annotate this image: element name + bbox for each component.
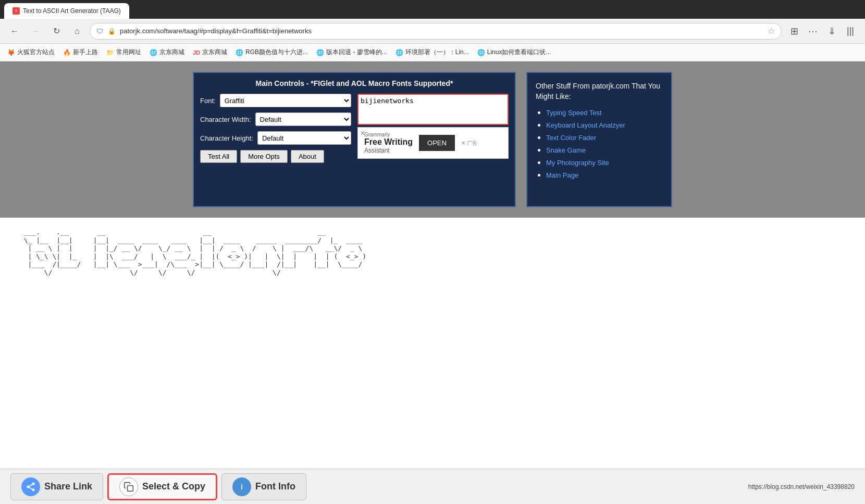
font-info-icon <box>232 477 251 496</box>
collection-button[interactable]: ||| <box>842 23 859 40</box>
main-controls-panel: Main Controls - *FIGlet and AOL Macro Fo… <box>193 72 516 207</box>
bookmark-jd2[interactable]: JD 京东商城 <box>190 47 230 58</box>
sidebar-link-mainpage[interactable]: Main Page <box>546 171 578 179</box>
sidebar-link-photography[interactable]: My Photography Site <box>546 159 609 167</box>
bookmark-rgb[interactable]: 🌐 RGB颜色值与十六进... <box>232 47 311 58</box>
bottom-toolbar: Share Link Select & Copy Font Info https… <box>0 469 865 504</box>
bookmark-icon-version: 🌐 <box>316 49 324 56</box>
bookmark-linux[interactable]: 🌐 Linux如何查看端口状... <box>474 47 554 58</box>
sidebar-link-item-5: My Photography Site <box>546 158 663 167</box>
active-tab[interactable]: T Text to ASCII Art Generator (TAAG) <box>4 3 129 19</box>
back-button[interactable]: ← <box>6 23 23 40</box>
grammarly-open-button[interactable]: OPEN <box>419 135 455 151</box>
ad-label: ✕ 广告 <box>461 140 477 147</box>
bookmark-env[interactable]: 🌐 环境部署（一）：Lin... <box>392 47 472 58</box>
bookmark-icon-env: 🌐 <box>396 49 403 56</box>
nav-right-buttons: ⊞ ⋯ ⇓ ||| <box>786 23 859 40</box>
sidebar-link-snake[interactable]: Snake Game <box>546 146 586 154</box>
char-height-row: Character Height: Default <box>200 131 351 145</box>
extensions-button[interactable]: ⊞ <box>786 23 802 40</box>
browser-chrome: T Text to ASCII Art Generator (TAAG) ← →… <box>0 0 865 61</box>
bookmark-jd1[interactable]: 🌐 京东商城 <box>146 47 188 58</box>
ascii-art-area: ___. .__ __ __ __ \_ |__ |__| |__| ____ … <box>0 218 865 426</box>
bookmark-icon-linux: 🌐 <box>477 49 485 56</box>
controls-left: Font: Graffiti Character Width: Default … <box>200 94 351 163</box>
bookmark-changyong[interactable]: 📁 常用网址 <box>103 47 144 58</box>
tab-title: Text to ASCII Art Generator (TAAG) <box>23 7 121 15</box>
sidebar-link-item-4: Snake Game <box>546 145 663 155</box>
font-info-label: Font Info <box>255 481 295 492</box>
address-bar[interactable]: 🛡 🔒 patorjk.com/software/taag/#p=display… <box>90 23 782 40</box>
sidebar-link-item-2: Keyboard Layout Analzyer <box>546 120 663 130</box>
more-opts-button[interactable]: More Opts <box>240 150 288 163</box>
bookmark-icon-rgb: 🌐 <box>236 49 243 56</box>
shield-icon: 🛡 <box>96 27 104 35</box>
bookmark-icon-changyong: 📁 <box>106 49 114 56</box>
status-bar: https://blog.csdn.net/weixin_43398820 <box>748 483 855 490</box>
controls-right: bijienetworks ✕ Grammarly Free Writing A… <box>357 94 509 163</box>
ascii-art-output: ___. .__ __ __ __ \_ |__ |__| |__| ____ … <box>16 228 849 277</box>
reload-button[interactable]: ↻ <box>48 23 65 40</box>
bookmark-star-icon[interactable]: ☆ <box>768 26 775 36</box>
font-info-button[interactable]: Font Info <box>221 473 306 500</box>
bookmark-label-huhu: 火狐官方站点 <box>17 48 55 57</box>
grammarly-close-icon[interactable]: ✕ <box>360 130 365 137</box>
svg-point-1 <box>27 485 30 488</box>
grammarly-popup: ✕ Grammarly Free Writing Assistant OPEN … <box>357 127 509 159</box>
menu-button[interactable]: ⋯ <box>805 23 821 40</box>
bookmark-label-changyong: 常用网址 <box>116 48 141 57</box>
bookmark-label-version: 版本回退 - 廖雪峰的... <box>326 48 387 57</box>
bookmark-label-jd1: 京东商城 <box>159 48 184 57</box>
grammarly-title: Free Writing <box>364 137 413 147</box>
text-input[interactable]: bijienetworks <box>357 94 509 125</box>
bookmark-xinshou[interactable]: 🔥 新手上路 <box>60 47 101 58</box>
sidebar-link-item-6: Main Page <box>546 170 663 180</box>
share-link-button[interactable]: Share Link <box>10 473 103 500</box>
home-button[interactable]: ⌂ <box>69 23 85 40</box>
bookmark-huhu[interactable]: 🦊 火狐官方站点 <box>4 47 58 58</box>
tab-favicon: T <box>13 7 20 15</box>
select-copy-label: Select & Copy <box>142 481 205 492</box>
sidebar-title: Other Stuff From patorjk.com That You Mi… <box>536 81 663 102</box>
grammarly-logo: Grammarly <box>364 132 413 137</box>
bookmark-icon-jd2: JD <box>193 49 200 56</box>
char-height-label: Character Height: <box>200 134 253 142</box>
sidebar-link-keyboard[interactable]: Keyboard Layout Analzyer <box>546 121 625 129</box>
bookmarks-bar: 🦊 火狐官方站点 🔥 新手上路 📁 常用网址 🌐 京东商城 JD 京东商城 🌐 … <box>0 44 865 61</box>
sidebar-link-item-1: Typing Speed Test <box>546 108 663 117</box>
bookmark-label-xinshou: 新手上路 <box>73 48 98 57</box>
font-label: Font: <box>200 97 216 105</box>
sidebar-link-textcolor[interactable]: Text Color Fader <box>546 134 596 142</box>
bookmark-label-env: 环境部署（一）：Lin... <box>405 48 469 57</box>
sidebar-panel: Other Stuff From patorjk.com That You Mi… <box>526 72 672 207</box>
bookmark-label-rgb: RGB颜色值与十六进... <box>245 48 308 57</box>
sidebar-links-list: Typing Speed Test Keyboard Layout Analzy… <box>536 108 663 180</box>
bookmark-icon-jd1: 🌐 <box>150 49 157 56</box>
svg-line-4 <box>29 484 32 486</box>
bookmark-icon-huhu: 🦊 <box>7 49 15 56</box>
bookmark-version[interactable]: 🌐 版本回退 - 廖雪峰的... <box>313 47 390 58</box>
bookmark-label-linux: Linux如何查看端口状... <box>487 48 551 57</box>
forward-button[interactable]: → <box>27 23 44 40</box>
select-copy-button[interactable]: Select & Copy <box>107 473 217 500</box>
bookmark-icon-xinshou: 🔥 <box>63 49 71 56</box>
sidebar-link-item-3: Text Color Fader <box>546 133 663 142</box>
download-button[interactable]: ⇓ <box>823 23 840 40</box>
char-width-label: Character Width: <box>200 116 251 123</box>
char-width-select[interactable]: Default <box>255 112 351 126</box>
controls-title: Main Controls - *FIGlet and AOL Macro Fo… <box>200 79 509 87</box>
lock-icon: 🔒 <box>108 28 116 35</box>
bookmark-label-jd2: 京东商城 <box>202 48 227 57</box>
about-button[interactable]: About <box>291 150 324 163</box>
page-content: Main Controls - *FIGlet and AOL Macro Fo… <box>0 61 865 218</box>
share-link-icon <box>21 477 40 496</box>
char-height-select[interactable]: Default <box>257 131 351 145</box>
sidebar-link-typing[interactable]: Typing Speed Test <box>546 109 602 117</box>
font-row: Font: Graffiti <box>200 94 351 107</box>
font-select[interactable]: Graffiti <box>220 94 351 107</box>
svg-point-0 <box>32 482 35 485</box>
status-url: https://blog.csdn.net/weixin_43398820 <box>748 483 855 490</box>
tab-bar: T Text to ASCII Art Generator (TAAG) <box>0 0 865 19</box>
url-text: patorjk.com/software/taag/#p=display&f=G… <box>120 27 763 35</box>
test-all-button[interactable]: Test All <box>200 150 237 163</box>
